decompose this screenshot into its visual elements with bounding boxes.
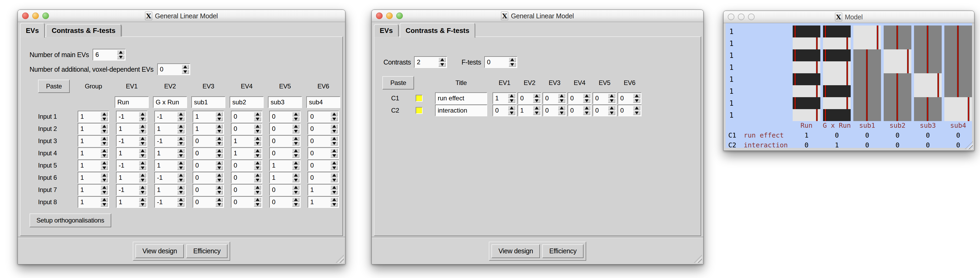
spin-up-button[interactable] — [292, 149, 299, 153]
spinbox-value[interactable]: 1 — [493, 93, 507, 104]
spin-down-button[interactable] — [177, 117, 185, 122]
ev-name-field[interactable]: sub2 — [230, 96, 264, 108]
spin-up-button[interactable] — [177, 185, 185, 190]
spin-down-button[interactable] — [292, 178, 299, 182]
spinbox-value[interactable]: 1 — [78, 172, 100, 183]
spin-down-button[interactable] — [292, 142, 299, 146]
tab-contrasts-ftests[interactable]: Contrasts & F-tests — [400, 23, 475, 38]
spin-down-button[interactable] — [100, 178, 108, 182]
spin-up-button[interactable] — [583, 94, 590, 98]
spinbox-value[interactable]: 1 — [78, 111, 100, 122]
spin-down-button[interactable] — [292, 202, 299, 207]
spin-down-button[interactable] — [177, 129, 185, 134]
spinbox-value[interactable]: -1 — [155, 197, 177, 207]
spin-down-button[interactable] — [533, 111, 540, 115]
spinbox[interactable]: 1 — [192, 111, 224, 122]
spinbox[interactable]: 0 — [192, 184, 224, 196]
tab-evs[interactable]: EVs — [374, 24, 399, 36]
spin-up-button[interactable] — [216, 173, 223, 177]
spinbox[interactable]: 0 — [593, 92, 617, 104]
spin-down-button[interactable] — [533, 99, 540, 103]
spin-up-button[interactable] — [292, 124, 299, 128]
spinbox-value[interactable]: -1 — [116, 136, 138, 146]
spinbox-value[interactable]: 0 — [232, 172, 253, 183]
spinbox-value[interactable]: 1 — [78, 160, 100, 171]
spinbox-value[interactable]: 0 — [232, 197, 253, 207]
spinbox[interactable]: 0 — [542, 92, 566, 104]
spin-down-button[interactable] — [100, 202, 108, 207]
spinbox-value[interactable]: 1 — [308, 197, 330, 207]
spinbox-value[interactable]: 1 — [78, 136, 100, 146]
spin-up-button[interactable] — [508, 106, 515, 110]
spinbox-value[interactable]: 1 — [155, 160, 177, 171]
spin-up-button[interactable] — [254, 149, 261, 153]
spinbox-value[interactable]: 0 — [568, 105, 582, 116]
spin-down-button[interactable] — [558, 99, 565, 103]
spinbox[interactable]: 0 — [593, 104, 617, 116]
close-button[interactable] — [22, 13, 29, 19]
spin-down-button[interactable] — [508, 111, 515, 115]
ev-name-field[interactable]: Run — [115, 96, 149, 108]
paste-button[interactable]: Paste — [38, 80, 70, 93]
spinbox[interactable]: -1 — [116, 135, 147, 147]
spin-down-button[interactable] — [177, 178, 185, 182]
spinbox-value[interactable]: 1 — [193, 111, 215, 122]
spin-up-button[interactable] — [331, 124, 338, 128]
spin-down-button[interactable] — [139, 202, 146, 207]
zoom-button[interactable] — [748, 14, 755, 20]
spin-up-button[interactable] — [100, 112, 108, 116]
spinbox-value[interactable]: -1 — [155, 111, 177, 122]
spin-down-button[interactable] — [216, 190, 223, 194]
spinbox[interactable]: -1 — [116, 160, 147, 171]
spinbox-value[interactable]: 0 — [618, 93, 632, 104]
spin-up-button[interactable] — [177, 149, 185, 153]
spinbox-value[interactable]: 1 — [116, 197, 138, 207]
spinbox[interactable]: 1 — [78, 172, 109, 183]
spin-down-button[interactable] — [254, 202, 261, 207]
spin-up-button[interactable] — [177, 197, 185, 202]
spin-up-button[interactable] — [608, 106, 615, 110]
spinbox-value[interactable]: 0 — [232, 111, 253, 122]
spin-up-button[interactable] — [177, 173, 185, 177]
spin-up-button[interactable] — [254, 185, 261, 190]
spin-down-button[interactable] — [100, 129, 108, 134]
spin-up-button[interactable] — [254, 161, 261, 165]
titlebar[interactable]: X General Linear Model — [372, 10, 703, 22]
spinbox-value[interactable]: 0 — [193, 172, 215, 183]
spinbox-value[interactable]: 0 — [308, 160, 330, 171]
spin-up-button[interactable] — [216, 136, 223, 141]
view-design-button[interactable]: View design — [492, 244, 540, 258]
spinbox-value[interactable]: 0 — [618, 105, 632, 116]
zoom-button[interactable] — [42, 13, 49, 19]
spinbox-value[interactable]: -1 — [116, 111, 138, 122]
spinbox[interactable]: 1 — [308, 196, 339, 208]
spinbox-value[interactable]: 0 — [593, 105, 607, 116]
contrast-enabled-checkbox[interactable] — [416, 107, 423, 114]
titlebar[interactable]: X General Linear Model — [18, 10, 345, 22]
spin-up-button[interactable] — [509, 58, 516, 62]
spin-up-button[interactable] — [292, 173, 299, 177]
spin-down-button[interactable] — [509, 63, 516, 67]
spinbox[interactable]: 2 — [414, 56, 447, 68]
spinbox-value[interactable]: 1 — [193, 123, 215, 134]
spinbox-value[interactable]: 0 — [493, 105, 507, 116]
spinbox[interactable]: 0 — [192, 172, 224, 183]
spin-down-button[interactable] — [633, 111, 640, 115]
spin-up-button[interactable] — [177, 124, 185, 128]
spinbox-value[interactable]: 0 — [308, 172, 330, 183]
spin-up-button[interactable] — [117, 50, 124, 54]
titlebar[interactable]: X Model — [724, 11, 974, 23]
spin-down-button[interactable] — [331, 142, 338, 146]
spinbox[interactable]: 0 — [231, 184, 262, 196]
spinbox-value[interactable]: 1 — [78, 148, 100, 158]
spin-up-button[interactable] — [331, 136, 338, 141]
spin-up-button[interactable] — [139, 112, 146, 116]
spinbox-value[interactable]: 0 — [193, 185, 215, 195]
spinbox[interactable]: 0 — [308, 111, 339, 122]
spin-down-button[interactable] — [177, 202, 185, 207]
spin-down-button[interactable] — [100, 142, 108, 146]
spin-down-button[interactable] — [439, 63, 446, 67]
ev-name-field[interactable]: G x Run — [153, 96, 187, 108]
spinbox[interactable]: -1 — [154, 135, 186, 147]
spinbox[interactable]: 0 — [269, 196, 301, 208]
